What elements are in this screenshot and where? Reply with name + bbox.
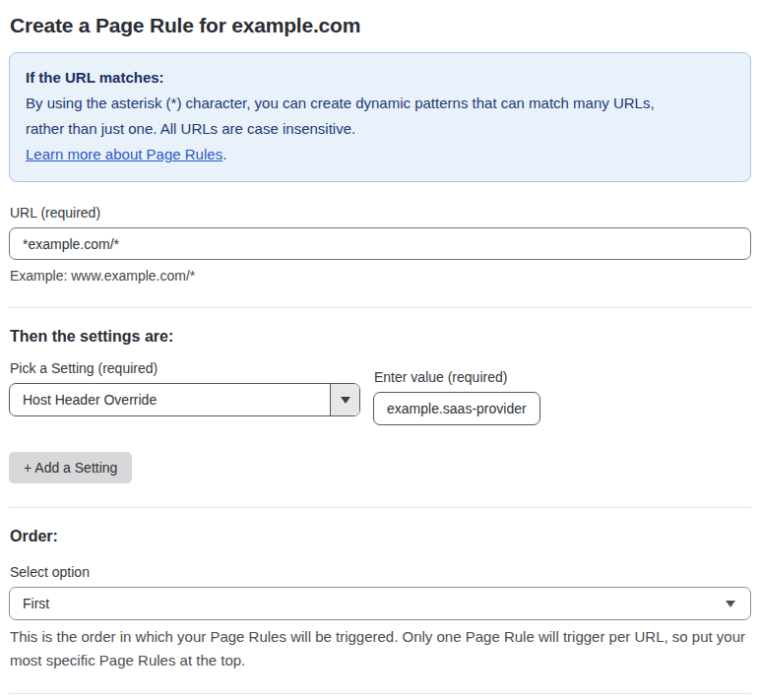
order-select-value: First	[10, 596, 726, 611]
url-match-info-box: If the URL matches: By using the asteris…	[9, 52, 751, 182]
info-box-heading: If the URL matches:	[26, 65, 734, 91]
link-suffix: .	[222, 146, 226, 162]
order-select[interactable]: First	[9, 587, 751, 620]
url-field-label: URL (required)	[10, 205, 751, 221]
setting-select-arrow-button[interactable]	[330, 384, 359, 415]
learn-more-link[interactable]: Learn more about Page Rules	[26, 146, 222, 162]
setting-value-input[interactable]	[373, 392, 540, 425]
order-select-label: Select option	[10, 564, 751, 580]
setting-select[interactable]: Host Header Override	[9, 383, 360, 416]
setting-select-value: Host Header Override	[10, 392, 330, 408]
value-field-label: Enter value (required)	[374, 369, 540, 385]
divider	[9, 507, 751, 508]
url-example-text: Example: www.example.com/*	[10, 268, 751, 284]
value-column: Enter value (required)	[373, 354, 540, 425]
info-box-body: By using the asterisk (*) character, you…	[26, 91, 734, 142]
setting-column: Pick a Setting (required) Host Header Ov…	[9, 346, 360, 416]
order-section-heading: Order:	[10, 528, 751, 545]
chevron-down-icon	[341, 397, 350, 404]
settings-row: Pick a Setting (required) Host Header Ov…	[9, 346, 751, 425]
setting-select-label: Pick a Setting (required)	[10, 360, 360, 376]
add-setting-button[interactable]: + Add a Setting	[9, 452, 132, 483]
page-rule-form: Create a Page Rule for example.com If th…	[0, 0, 760, 700]
order-help-text: This is the order in which your Page Rul…	[10, 625, 751, 672]
chevron-down-icon	[726, 601, 735, 607]
page-title: Create a Page Rule for example.com	[10, 14, 750, 37]
info-box-link-line: Learn more about Page Rules.	[26, 142, 734, 167]
url-input[interactable]	[9, 227, 751, 260]
divider	[9, 693, 751, 694]
divider	[9, 307, 751, 308]
settings-section-heading: Then the settings are:	[10, 328, 751, 346]
